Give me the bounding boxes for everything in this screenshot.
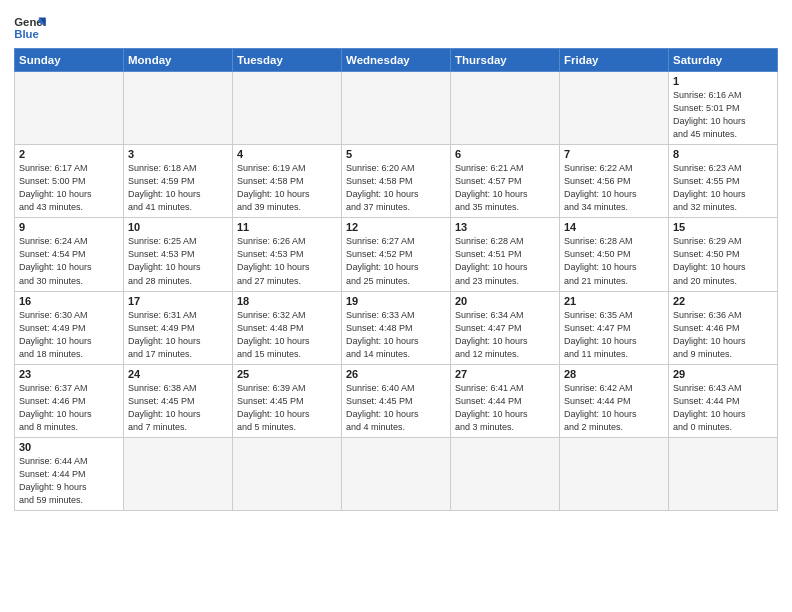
day-number: 8	[673, 148, 773, 160]
day-number: 11	[237, 221, 337, 233]
day-info: Sunrise: 6:20 AM Sunset: 4:58 PM Dayligh…	[346, 162, 446, 214]
day-info: Sunrise: 6:41 AM Sunset: 4:44 PM Dayligh…	[455, 382, 555, 434]
day-info: Sunrise: 6:40 AM Sunset: 4:45 PM Dayligh…	[346, 382, 446, 434]
calendar-cell: 11Sunrise: 6:26 AM Sunset: 4:53 PM Dayli…	[233, 218, 342, 291]
day-info: Sunrise: 6:31 AM Sunset: 4:49 PM Dayligh…	[128, 309, 228, 361]
day-info: Sunrise: 6:23 AM Sunset: 4:55 PM Dayligh…	[673, 162, 773, 214]
day-number: 17	[128, 295, 228, 307]
calendar-cell: 2Sunrise: 6:17 AM Sunset: 5:00 PM Daylig…	[15, 145, 124, 218]
calendar-cell: 6Sunrise: 6:21 AM Sunset: 4:57 PM Daylig…	[451, 145, 560, 218]
day-number: 19	[346, 295, 446, 307]
calendar-cell: 26Sunrise: 6:40 AM Sunset: 4:45 PM Dayli…	[342, 364, 451, 437]
weekday-tuesday: Tuesday	[233, 49, 342, 72]
calendar-cell: 27Sunrise: 6:41 AM Sunset: 4:44 PM Dayli…	[451, 364, 560, 437]
day-number: 6	[455, 148, 555, 160]
day-number: 12	[346, 221, 446, 233]
calendar-cell	[451, 437, 560, 510]
day-info: Sunrise: 6:39 AM Sunset: 4:45 PM Dayligh…	[237, 382, 337, 434]
day-number: 10	[128, 221, 228, 233]
calendar-cell: 19Sunrise: 6:33 AM Sunset: 4:48 PM Dayli…	[342, 291, 451, 364]
logo-icon: General Blue	[14, 14, 46, 42]
calendar-cell: 14Sunrise: 6:28 AM Sunset: 4:50 PM Dayli…	[560, 218, 669, 291]
day-number: 28	[564, 368, 664, 380]
weekday-friday: Friday	[560, 49, 669, 72]
calendar-cell: 1Sunrise: 6:16 AM Sunset: 5:01 PM Daylig…	[669, 72, 778, 145]
calendar-cell: 18Sunrise: 6:32 AM Sunset: 4:48 PM Dayli…	[233, 291, 342, 364]
calendar-table: SundayMondayTuesdayWednesdayThursdayFrid…	[14, 48, 778, 511]
day-info: Sunrise: 6:33 AM Sunset: 4:48 PM Dayligh…	[346, 309, 446, 361]
day-number: 16	[19, 295, 119, 307]
day-info: Sunrise: 6:17 AM Sunset: 5:00 PM Dayligh…	[19, 162, 119, 214]
day-number: 26	[346, 368, 446, 380]
calendar-cell: 24Sunrise: 6:38 AM Sunset: 4:45 PM Dayli…	[124, 364, 233, 437]
calendar-week-1: 2Sunrise: 6:17 AM Sunset: 5:00 PM Daylig…	[15, 145, 778, 218]
calendar-cell	[560, 437, 669, 510]
day-info: Sunrise: 6:43 AM Sunset: 4:44 PM Dayligh…	[673, 382, 773, 434]
day-info: Sunrise: 6:42 AM Sunset: 4:44 PM Dayligh…	[564, 382, 664, 434]
calendar-cell: 9Sunrise: 6:24 AM Sunset: 4:54 PM Daylig…	[15, 218, 124, 291]
calendar-cell: 13Sunrise: 6:28 AM Sunset: 4:51 PM Dayli…	[451, 218, 560, 291]
calendar-cell	[15, 72, 124, 145]
weekday-header-row: SundayMondayTuesdayWednesdayThursdayFrid…	[15, 49, 778, 72]
calendar-cell: 21Sunrise: 6:35 AM Sunset: 4:47 PM Dayli…	[560, 291, 669, 364]
day-info: Sunrise: 6:21 AM Sunset: 4:57 PM Dayligh…	[455, 162, 555, 214]
calendar-cell	[124, 437, 233, 510]
calendar-cell	[233, 72, 342, 145]
weekday-sunday: Sunday	[15, 49, 124, 72]
calendar-week-3: 16Sunrise: 6:30 AM Sunset: 4:49 PM Dayli…	[15, 291, 778, 364]
day-number: 21	[564, 295, 664, 307]
day-info: Sunrise: 6:38 AM Sunset: 4:45 PM Dayligh…	[128, 382, 228, 434]
day-info: Sunrise: 6:28 AM Sunset: 4:51 PM Dayligh…	[455, 235, 555, 287]
day-info: Sunrise: 6:18 AM Sunset: 4:59 PM Dayligh…	[128, 162, 228, 214]
day-number: 7	[564, 148, 664, 160]
day-number: 1	[673, 75, 773, 87]
day-info: Sunrise: 6:24 AM Sunset: 4:54 PM Dayligh…	[19, 235, 119, 287]
calendar-cell: 23Sunrise: 6:37 AM Sunset: 4:46 PM Dayli…	[15, 364, 124, 437]
calendar-cell: 28Sunrise: 6:42 AM Sunset: 4:44 PM Dayli…	[560, 364, 669, 437]
calendar-cell: 7Sunrise: 6:22 AM Sunset: 4:56 PM Daylig…	[560, 145, 669, 218]
day-number: 25	[237, 368, 337, 380]
weekday-wednesday: Wednesday	[342, 49, 451, 72]
calendar-cell: 3Sunrise: 6:18 AM Sunset: 4:59 PM Daylig…	[124, 145, 233, 218]
day-number: 14	[564, 221, 664, 233]
day-info: Sunrise: 6:19 AM Sunset: 4:58 PM Dayligh…	[237, 162, 337, 214]
day-info: Sunrise: 6:26 AM Sunset: 4:53 PM Dayligh…	[237, 235, 337, 287]
calendar-cell: 20Sunrise: 6:34 AM Sunset: 4:47 PM Dayli…	[451, 291, 560, 364]
calendar-week-0: 1Sunrise: 6:16 AM Sunset: 5:01 PM Daylig…	[15, 72, 778, 145]
day-number: 29	[673, 368, 773, 380]
day-number: 22	[673, 295, 773, 307]
calendar-cell: 25Sunrise: 6:39 AM Sunset: 4:45 PM Dayli…	[233, 364, 342, 437]
calendar-week-2: 9Sunrise: 6:24 AM Sunset: 4:54 PM Daylig…	[15, 218, 778, 291]
day-number: 3	[128, 148, 228, 160]
calendar-cell: 15Sunrise: 6:29 AM Sunset: 4:50 PM Dayli…	[669, 218, 778, 291]
day-number: 5	[346, 148, 446, 160]
day-number: 4	[237, 148, 337, 160]
day-number: 13	[455, 221, 555, 233]
weekday-monday: Monday	[124, 49, 233, 72]
calendar-week-4: 23Sunrise: 6:37 AM Sunset: 4:46 PM Dayli…	[15, 364, 778, 437]
day-number: 30	[19, 441, 119, 453]
calendar-cell: 10Sunrise: 6:25 AM Sunset: 4:53 PM Dayli…	[124, 218, 233, 291]
day-number: 2	[19, 148, 119, 160]
day-number: 24	[128, 368, 228, 380]
day-number: 15	[673, 221, 773, 233]
calendar-cell: 30Sunrise: 6:44 AM Sunset: 4:44 PM Dayli…	[15, 437, 124, 510]
logo: General Blue	[14, 14, 46, 42]
calendar-cell: 29Sunrise: 6:43 AM Sunset: 4:44 PM Dayli…	[669, 364, 778, 437]
calendar-cell	[451, 72, 560, 145]
day-number: 27	[455, 368, 555, 380]
calendar-cell: 5Sunrise: 6:20 AM Sunset: 4:58 PM Daylig…	[342, 145, 451, 218]
day-info: Sunrise: 6:30 AM Sunset: 4:49 PM Dayligh…	[19, 309, 119, 361]
day-info: Sunrise: 6:34 AM Sunset: 4:47 PM Dayligh…	[455, 309, 555, 361]
day-info: Sunrise: 6:44 AM Sunset: 4:44 PM Dayligh…	[19, 455, 119, 507]
day-info: Sunrise: 6:29 AM Sunset: 4:50 PM Dayligh…	[673, 235, 773, 287]
calendar-cell	[233, 437, 342, 510]
day-info: Sunrise: 6:25 AM Sunset: 4:53 PM Dayligh…	[128, 235, 228, 287]
header: General Blue	[14, 10, 778, 42]
calendar-cell	[342, 437, 451, 510]
calendar-cell: 22Sunrise: 6:36 AM Sunset: 4:46 PM Dayli…	[669, 291, 778, 364]
day-number: 20	[455, 295, 555, 307]
calendar-cell: 8Sunrise: 6:23 AM Sunset: 4:55 PM Daylig…	[669, 145, 778, 218]
calendar-cell: 4Sunrise: 6:19 AM Sunset: 4:58 PM Daylig…	[233, 145, 342, 218]
day-info: Sunrise: 6:22 AM Sunset: 4:56 PM Dayligh…	[564, 162, 664, 214]
